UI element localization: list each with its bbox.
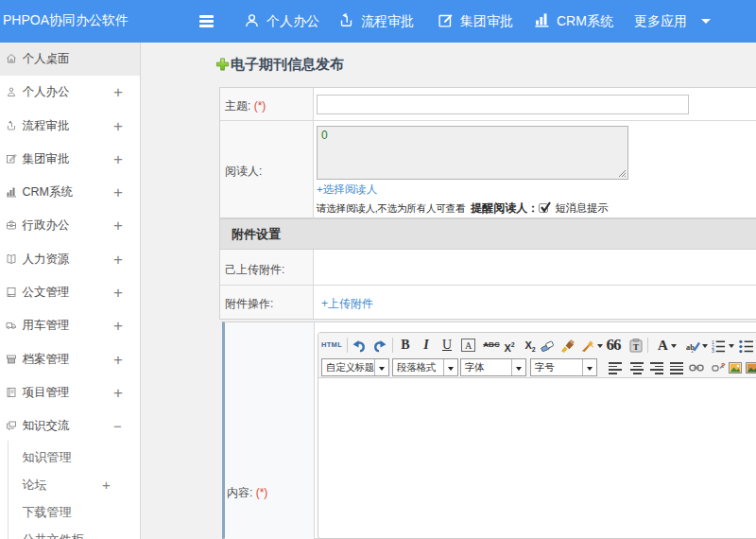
svg-text:3: 3: [712, 348, 714, 353]
svg-text:?: ?: [721, 361, 726, 370]
svg-text:ab: ab: [686, 343, 695, 352]
svg-text:T: T: [633, 342, 639, 352]
